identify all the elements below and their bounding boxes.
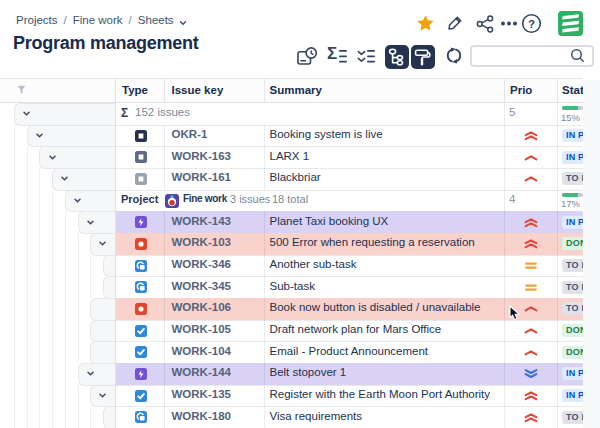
svg-text:?: ?: [528, 18, 535, 30]
